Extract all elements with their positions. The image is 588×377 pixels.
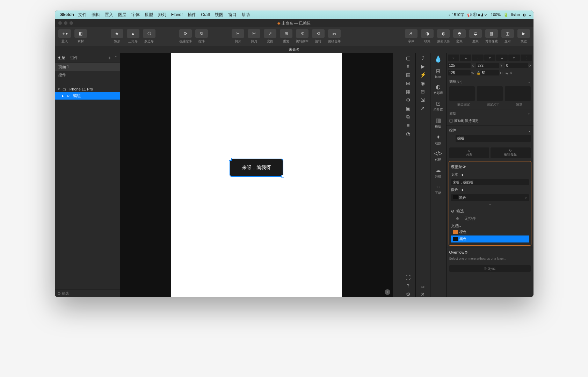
tool-icon[interactable]: ⚙ xyxy=(406,97,411,103)
plugin-upgrade[interactable]: ☁升级 xyxy=(435,167,441,179)
lock-icon[interactable]: 🔒 xyxy=(476,71,480,75)
text-override-input[interactable] xyxy=(451,179,529,185)
edit-master-button[interactable]: ↻编辑母版 xyxy=(491,147,531,158)
flip-h-icon[interactable]: ⇋ xyxy=(505,71,509,75)
align-segment[interactable]: ⫟⫠⫞ ⫧⫨⫩ ⋮ xyxy=(448,55,532,61)
intersect-button[interactable]: ◓交集 xyxy=(452,29,467,44)
traffic-lights[interactable] xyxy=(58,21,73,25)
page-item[interactable]: 控件 xyxy=(55,71,120,79)
w-input[interactable] xyxy=(448,70,471,75)
filter-label[interactable]: 筛选 xyxy=(62,291,69,296)
rect-button[interactable]: ★矩形 xyxy=(109,29,125,44)
artboard-row[interactable]: ▼▢iPhone 11 Pro xyxy=(55,86,120,92)
selected-widget[interactable]: 来呀，编我呀 xyxy=(230,159,283,176)
tool-icon[interactable]: ▢ xyxy=(406,55,411,61)
tab-components[interactable]: 组件 xyxy=(70,55,78,60)
create-control-button[interactable]: ⟳创建控件 xyxy=(178,29,193,44)
h-input[interactable] xyxy=(480,70,499,75)
triangle-button[interactable]: ▲三角形 xyxy=(125,29,141,44)
layer-row-selected[interactable]: ▶↻编组 xyxy=(55,92,120,100)
chevron-down-icon[interactable]: ⌄ xyxy=(528,80,531,84)
menu-window[interactable]: 窗口 xyxy=(228,12,237,18)
page-item[interactable]: 页面 1 xyxy=(55,63,120,71)
menu-layer[interactable]: 图层 xyxy=(118,12,126,18)
x-input[interactable] xyxy=(448,63,471,68)
droplet-icon[interactable]: 💧 xyxy=(434,55,442,63)
menu-arrange[interactable]: 排列 xyxy=(158,12,166,18)
tab-layers[interactable]: 图层 xyxy=(58,55,65,60)
collapse-icon[interactable]: ⌃ xyxy=(114,56,117,60)
sync-button[interactable]: ⟳ Sync xyxy=(449,265,531,272)
merge-button[interactable]: ◑联集 xyxy=(420,29,435,44)
color-option-orange[interactable]: 橙色 xyxy=(451,229,529,235)
tool-icon[interactable]: ⚡ xyxy=(420,72,426,78)
tool-icon[interactable]: ≡ xyxy=(407,123,409,128)
tool-icon[interactable]: ⇪ xyxy=(406,64,410,69)
tool-icon[interactable]: ⤴ xyxy=(422,55,424,61)
help-icon[interactable]: ? xyxy=(407,283,409,289)
menu-font[interactable]: 字体 xyxy=(131,12,140,18)
filter-icon[interactable]: ⊙ xyxy=(58,291,60,295)
font-button[interactable]: A字体 xyxy=(404,29,419,44)
path-merge-button[interactable]: ⫘路径合并 xyxy=(327,29,342,44)
chevron-down-icon[interactable]: ⌄ xyxy=(459,224,462,228)
gear-icon[interactable]: ⚙ xyxy=(464,250,468,254)
menu-craft[interactable]: Craft xyxy=(201,12,210,17)
app-name[interactable]: Sketch xyxy=(60,12,74,17)
control-name[interactable]: 编组 xyxy=(456,135,531,142)
info-icon[interactable]: i xyxy=(385,289,390,295)
siri-icon[interactable]: ◐ xyxy=(523,13,526,17)
tool-icon[interactable]: ▦ xyxy=(406,89,411,94)
menu-help[interactable]: 帮助 xyxy=(241,12,250,18)
fix-scroll-checkbox[interactable] xyxy=(449,119,453,123)
plugin-icon[interactable]: ⊞icon xyxy=(435,68,441,79)
plugin-interact[interactable]: ↔互动 xyxy=(435,184,441,195)
difference-button[interactable]: ◒差集 xyxy=(468,29,483,44)
color-dropdown[interactable]: 黑色⌄ xyxy=(451,194,529,201)
material-button[interactable]: ◧素材 xyxy=(73,29,88,44)
chevron-down-icon[interactable]: ⌄ xyxy=(528,129,531,132)
artboard[interactable]: 来呀，编我呀 xyxy=(171,53,342,297)
tool-icon[interactable]: ▣ xyxy=(406,106,411,111)
polygon-button[interactable]: ⬠多边形 xyxy=(141,29,157,44)
menu-file[interactable]: 文件 xyxy=(78,12,87,18)
tool-icon[interactable]: ⊟ xyxy=(421,89,425,94)
settings-icon[interactable]: ⚙ xyxy=(406,291,411,297)
show-button[interactable]: ◫显示 xyxy=(500,29,515,44)
plugin-colorlib[interactable]: ◐色彩库 xyxy=(434,84,443,95)
repeat-button[interactable]: ⊞重复 xyxy=(278,29,294,44)
add-page-button[interactable]: ＋ xyxy=(107,55,112,61)
document-tab[interactable]: 未命名 xyxy=(289,47,299,52)
plugin-code[interactable]: </>代码 xyxy=(434,151,442,162)
slice-button[interactable]: ✂切片 xyxy=(230,29,246,44)
resize-preview-box[interactable] xyxy=(505,86,531,101)
add-icon[interactable]: ＋ xyxy=(527,111,531,116)
tool-icon[interactable]: ▤ xyxy=(406,72,411,78)
tool-icon[interactable]: ◔ xyxy=(406,131,410,137)
menu-flavor[interactable]: Flavor xyxy=(171,12,183,17)
gift-icon[interactable]: ⛶ xyxy=(406,275,411,280)
align-pixel-button[interactable]: ▦对齐像素 xyxy=(484,29,499,44)
menu-insert[interactable]: 置入 xyxy=(105,12,113,18)
plugin-complib[interactable]: ⊡组件库 xyxy=(434,100,443,112)
insert-button[interactable]: ＋▾置入 xyxy=(57,29,72,44)
angle-input[interactable] xyxy=(505,63,528,68)
canvas-area[interactable]: 来呀，编我呀 i xyxy=(121,53,392,297)
plugin-template[interactable]: ▥模版 xyxy=(435,117,441,129)
menu-view[interactable]: 视图 xyxy=(215,12,223,18)
color-option-black[interactable]: 黑色 xyxy=(451,235,529,242)
scale-indicator[interactable]: 1x xyxy=(421,285,424,289)
menu-plugins[interactable]: 插件 xyxy=(188,12,196,18)
tool-icon[interactable]: ▶ xyxy=(421,64,425,69)
tool-icon[interactable]: ⊞ xyxy=(406,80,410,86)
transform-button[interactable]: ⤢变换 xyxy=(262,29,278,44)
tool-icon[interactable]: ⇲ xyxy=(421,97,425,103)
tool-icon[interactable]: ↗ xyxy=(421,106,425,111)
flip-v-icon[interactable]: ⥮ xyxy=(509,71,513,75)
minus-top-button[interactable]: ◐减去顶层 xyxy=(436,29,451,44)
detach-button[interactable]: ⎋分离 xyxy=(449,147,489,158)
filter-icon[interactable]: ⊙ xyxy=(451,209,454,213)
menu-edit[interactable]: 编辑 xyxy=(92,12,100,18)
tool-icon[interactable]: ◉ xyxy=(421,80,425,86)
control-button[interactable]: ↻控件 xyxy=(194,29,209,44)
